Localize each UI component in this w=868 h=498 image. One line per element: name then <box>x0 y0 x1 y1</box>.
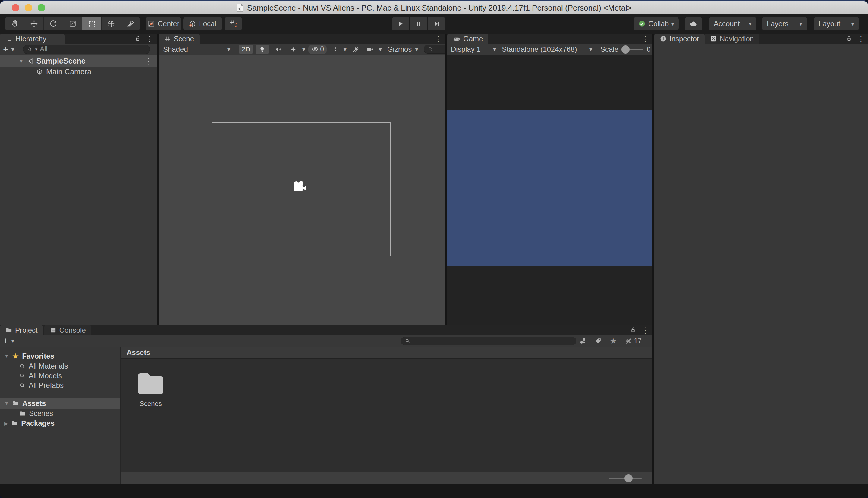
kebab-menu-icon[interactable]: ⋮ <box>434 35 442 43</box>
create-asset-button[interactable]: + <box>3 336 9 346</box>
favorites-group[interactable]: ▼ ★ Favorites <box>4 351 54 361</box>
kebab-menu-icon[interactable]: ⋮ <box>641 326 649 334</box>
scene-kebab-icon[interactable]: ⋮ <box>145 57 153 65</box>
console-icon <box>50 327 57 333</box>
pivot-mode-label: Center <box>158 19 179 28</box>
pivot-center-icon <box>148 20 155 28</box>
project-search-input[interactable] <box>401 337 576 345</box>
display-dropdown[interactable]: Display 1 ▾ <box>449 45 498 54</box>
create-object-button[interactable]: + <box>3 44 9 54</box>
custom-tool-button[interactable] <box>121 17 140 30</box>
asset-zoom-slider[interactable] <box>120 472 652 484</box>
status-bar <box>0 484 868 498</box>
navigation-icon <box>710 35 717 42</box>
layers-dropdown[interactable]: Layers ▾ <box>762 17 807 30</box>
search-filter-caret-icon[interactable]: ▾ <box>35 47 38 52</box>
camera-settings-button[interactable] <box>365 45 376 53</box>
kebab-menu-icon[interactable]: ⋮ <box>146 35 154 43</box>
lock-icon[interactable] <box>629 327 637 333</box>
scene-viewport[interactable] <box>159 55 445 325</box>
folder-icon <box>11 420 18 427</box>
audio-toggle[interactable] <box>272 46 284 53</box>
asset-item-scenes[interactable]: Scenes <box>132 371 169 408</box>
tree-row-packages[interactable]: ▶ Packages <box>4 419 54 428</box>
expander-open-icon[interactable]: ▼ <box>19 58 24 64</box>
game-toolbar: Display 1 ▾ Standalone (1024x768) ▾ Scal… <box>447 44 652 55</box>
kebab-menu-icon[interactable]: ⋮ <box>641 35 649 43</box>
hand-tool-button[interactable] <box>5 17 24 30</box>
gizmos-dropdown[interactable]: Gizmos ▾ <box>385 45 421 54</box>
transform-tool-button[interactable] <box>102 17 121 30</box>
lock-icon[interactable] <box>134 35 141 42</box>
effects-caret-icon[interactable]: ▾ <box>302 47 305 52</box>
move-tool-button[interactable] <box>24 17 44 30</box>
project-toolbar: + ▾ ★ <box>0 335 652 347</box>
tree-row-scenes[interactable]: Scenes <box>19 409 53 418</box>
effects-toggle[interactable] <box>287 46 299 53</box>
caret-down-icon[interactable]: ▾ <box>11 338 14 344</box>
2d-toggle[interactable]: 2D <box>239 45 253 54</box>
tab-hierarchy[interactable]: Hierarchy <box>0 34 65 44</box>
draw-mode-dropdown[interactable]: Shaded ▾ <box>161 45 233 54</box>
scene-search-input[interactable] <box>424 45 445 54</box>
favorite-all-models[interactable]: All Models <box>19 371 62 381</box>
tab-navigation[interactable]: Navigation <box>705 34 759 44</box>
tree-row-assets[interactable]: ▼ Assets <box>0 398 120 409</box>
scale-icon <box>68 19 77 28</box>
display-label: Display 1 <box>451 45 481 54</box>
tab-scene[interactable]: Scene <box>159 34 200 44</box>
scale-tool-button[interactable] <box>63 17 82 30</box>
favorite-all-materials[interactable]: All Materials <box>19 361 68 371</box>
step-button[interactable] <box>428 17 445 30</box>
camera-gizmo-icon[interactable] <box>291 180 308 194</box>
rotation-mode-button[interactable]: Local <box>183 17 222 30</box>
search-by-type-icon[interactable] <box>579 337 587 345</box>
layout-dropdown[interactable]: Layout ▾ <box>814 17 859 30</box>
camera-caret-icon[interactable]: ▾ <box>379 47 382 52</box>
collab-button[interactable]: Collab ▾ <box>634 17 679 30</box>
collab-check-icon <box>638 20 646 28</box>
titlebar[interactable]: SampleScene - Nuvi VS Aliens - PC, Mac &… <box>0 1 868 15</box>
grid-caret-icon[interactable]: ▾ <box>344 47 347 52</box>
caret-down-icon: ▾ <box>412 47 418 52</box>
grid-icon <box>332 46 339 53</box>
tool-settings-button[interactable] <box>349 45 362 53</box>
inspector-tabstrip: Inspector Navigation ⋮ <box>654 34 868 44</box>
grid-snap-button[interactable] <box>225 17 242 30</box>
rotate-tool-button[interactable] <box>44 17 63 30</box>
expander-open-icon[interactable]: ▼ <box>4 353 9 359</box>
pivot-mode-button[interactable]: Center <box>145 17 181 30</box>
favorites-label: Favorites <box>22 352 54 361</box>
hierarchy-row-scene[interactable]: ▼ SampleScene ⋮ <box>0 55 157 67</box>
scene-visibility-toggle[interactable]: 0 <box>308 45 327 54</box>
caret-down-icon: ▾ <box>749 21 752 27</box>
game-viewport[interactable] <box>447 55 652 325</box>
expander-closed-icon[interactable]: ▶ <box>4 421 8 426</box>
kebab-menu-icon[interactable]: ⋮ <box>857 35 865 43</box>
tab-inspector[interactable]: Inspector <box>654 34 705 44</box>
label-tag-icon[interactable] <box>594 337 602 345</box>
scene-tabstrip: Scene ⋮ <box>159 34 445 44</box>
expander-open-icon[interactable]: ▼ <box>4 401 9 406</box>
scale-slider[interactable] <box>622 45 644 54</box>
hidden-packages-toggle[interactable]: 17 <box>625 337 642 345</box>
lighting-toggle[interactable] <box>256 45 269 54</box>
rect-tool-button[interactable] <box>82 17 102 30</box>
caret-down-icon[interactable]: ▾ <box>11 47 14 52</box>
asset-path-header[interactable]: Assets <box>120 347 652 359</box>
play-button[interactable] <box>392 17 409 30</box>
tab-game[interactable]: Game <box>447 34 488 44</box>
tab-project[interactable]: Project <box>0 325 43 335</box>
resolution-dropdown[interactable]: Standalone (1024x768) ▾ <box>498 45 596 54</box>
account-dropdown[interactable]: Account ▾ <box>709 17 756 30</box>
favorites-filter-star-icon[interactable]: ★ <box>610 336 617 346</box>
hierarchy-row-main-camera[interactable]: Main Camera <box>0 67 157 77</box>
tab-console[interactable]: Console <box>44 325 91 335</box>
grid-visibility-button[interactable] <box>330 46 341 53</box>
lock-icon[interactable] <box>845 35 852 42</box>
collab-label: Collab <box>648 19 669 28</box>
favorite-all-prefabs[interactable]: All Prefabs <box>19 381 64 390</box>
hierarchy-search-input[interactable]: ▾ All <box>23 45 150 54</box>
cloud-button[interactable] <box>685 17 702 30</box>
pause-button[interactable] <box>410 17 427 30</box>
